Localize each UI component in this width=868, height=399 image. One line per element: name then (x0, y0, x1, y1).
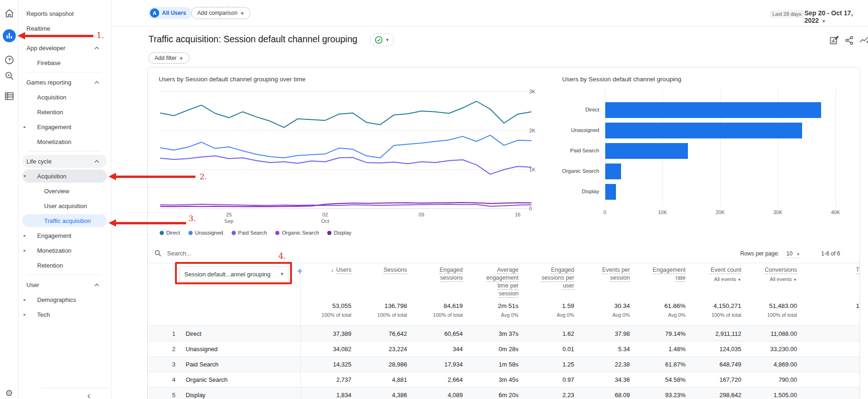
sidebar-item-overview[interactable]: Overview (19, 183, 111, 198)
collapse-sidebar-icon[interactable]: ‹ (87, 390, 91, 399)
table-column-divider (300, 263, 301, 399)
column-header-label: Engagedsessions peruser (542, 267, 574, 289)
column-header-sessions[interactable]: Sessions (352, 266, 407, 274)
sidebar-footer-divider (41, 388, 110, 388)
rows-per-page-select[interactable]: 10▼ (785, 250, 801, 258)
sidebar-item-monetization[interactable]: Monetization (19, 134, 111, 149)
cell-engaged_sessions: 344 (402, 346, 463, 353)
cell-engagement_rate: 54.58% (625, 376, 686, 383)
channel-name: Organic Search (186, 376, 227, 383)
collapse-section-icon[interactable] (94, 160, 99, 163)
cell-sessions: 28,986 (347, 361, 407, 368)
date-range-picker[interactable]: Sep 20 - Oct 17, 2022▼ (804, 9, 868, 24)
cell-sessions: 76,642 (347, 330, 407, 337)
customize-report-icon[interactable] (829, 35, 839, 46)
sidebar-item-retention[interactable]: Retention (19, 105, 111, 119)
sidebar-item-user[interactable]: User (19, 277, 111, 292)
sidebar-item-label: Engagement (37, 232, 71, 239)
bar-paid-search (605, 143, 688, 159)
table-row-unassigned[interactable]: 2Unassigned34,08223,2243440m 28s0.015.34… (148, 341, 860, 356)
annotation-label-2: 2. (200, 172, 207, 181)
sidebar-item-label: App developer (26, 45, 65, 52)
cell-sessions: 23,224 (347, 346, 407, 353)
sidebar-item-label: Realtime (26, 25, 50, 32)
total-engaged_sessions: 84,619 (402, 302, 463, 309)
column-header-engaged_sessions_per_user[interactable]: Engagedsessions peruser (519, 266, 574, 290)
table-row-paid-search[interactable]: 3Paid Search14,32528,98617,9341m 58s1.25… (148, 356, 860, 372)
column-header-users[interactable]: ↓ Users (297, 266, 351, 274)
report-card: Users by Session default channel groupin… (147, 67, 860, 399)
cell-engaged_sessions_per_user: 1.62 (514, 330, 574, 337)
sidebar-item-demographics[interactable]: ▸Demographics (19, 292, 111, 307)
sidebar-item-acquisition[interactable]: Acquisition (19, 90, 111, 105)
bar-gridline (836, 90, 836, 207)
sidebar-item-tech[interactable]: ▸Tech (19, 307, 111, 322)
add-filter-label: Add filter (155, 55, 176, 61)
expand-arrow-down-icon[interactable]: ▾ (24, 174, 26, 178)
column-header-total_revenue_clipped[interactable]: T (856, 266, 860, 274)
column-header-label: Event count (711, 267, 741, 273)
legend-dot-icon (275, 231, 279, 235)
cell-engaged_sessions_per_user: 0.01 (514, 346, 574, 353)
column-header-label: Averageengagementtime persession (486, 267, 518, 297)
sidebar-item-retention[interactable]: Retention (19, 258, 111, 273)
table-row-direct[interactable]: 1Direct37,38976,64260,6543m 37s1.6237.98… (148, 326, 860, 341)
collapse-section-icon[interactable] (94, 283, 99, 287)
collapse-section-icon[interactable] (94, 46, 99, 50)
total-sub-engagement_rate: Avg 0% (625, 312, 686, 318)
line-series-unassigned (160, 135, 531, 158)
collapse-section-icon[interactable] (94, 81, 99, 84)
sidebar-item-label: Life cycle (26, 158, 52, 165)
explore-icon[interactable] (4, 55, 14, 65)
line-series-direct (160, 101, 531, 127)
sidebar-item-games-reporting[interactable]: Games reporting (19, 75, 111, 90)
column-header-average_engagement_time_per_session[interactable]: Averageengagementtime persession (464, 266, 518, 298)
sidebar-item-engagement[interactable]: ▸Engagement (19, 119, 111, 134)
cell-average_engagement_time_per_session: 0m 28s (458, 346, 518, 353)
sidebar-item-traffic-acquisition[interactable]: Traffic acquisition (19, 213, 111, 228)
library-icon[interactable] (4, 91, 14, 101)
cell-events_per_session: 5.34 (570, 346, 630, 353)
column-events-dropdown[interactable]: All events ▼ (687, 275, 741, 284)
insights-icon[interactable] (859, 35, 868, 46)
settings-gear-icon[interactable]: ⚙ (5, 388, 13, 399)
sidebar-divider (19, 273, 111, 277)
cell-event_count: 2,911,112 (681, 330, 741, 337)
expand-arrow-right-icon[interactable]: ▸ (24, 312, 26, 317)
expand-arrow-right-icon[interactable]: ▸ (24, 233, 26, 238)
search-input[interactable]: Search... (154, 249, 191, 257)
sidebar-item-monetization[interactable]: ▸Monetization (19, 243, 111, 258)
sidebar-item-acquisition[interactable]: ▾Acquisition (19, 169, 111, 183)
column-events-dropdown[interactable]: All events ▼ (742, 275, 797, 284)
advertising-icon[interactable] (4, 71, 14, 81)
column-header-events_per_session[interactable]: Events persession (575, 266, 630, 282)
data-quality-pill[interactable]: ▼ (370, 33, 394, 46)
table-row-organic-search[interactable]: 4Organic Search2,7374,8812,6643m 45s0.97… (148, 372, 860, 387)
total-conversions: 51,483.00 (737, 302, 797, 309)
date-preset-badge: Last 28 days (770, 10, 804, 18)
total-sub-engaged_sessions_per_user: Avg 0% (514, 312, 574, 318)
expand-arrow-right-icon[interactable]: ▸ (24, 248, 26, 253)
table-row-display[interactable]: 5Display1,8344,3864,0896m 20s2.2368.0993… (148, 387, 860, 399)
expand-arrow-right-icon[interactable]: ▸ (24, 124, 26, 129)
sidebar-item-user-acquisition[interactable]: User acquisition (19, 198, 111, 213)
column-header-conversions[interactable]: ConversionsAll events ▼ (742, 266, 797, 284)
column-header-event_count[interactable]: Event countAll events ▼ (687, 266, 741, 284)
sidebar-item-life-cycle[interactable]: Life cycle (19, 154, 111, 169)
sidebar-item-engagement[interactable]: ▸Engagement (19, 228, 111, 243)
sidebar-item-app-developer[interactable]: App developer (19, 40, 111, 55)
column-header-engagement_rate[interactable]: Engagementrate (631, 266, 686, 282)
all-users-segment-chip[interactable]: A All Users (149, 7, 192, 19)
sidebar-item-label: Monetization (37, 247, 71, 254)
share-icon[interactable] (844, 35, 855, 46)
sidebar-item-reports-snapshot[interactable]: Reports snapshot (19, 6, 111, 21)
column-header-engaged_sessions[interactable]: Engagedsessions (408, 266, 463, 282)
cell-engaged_sessions: 17,934 (402, 361, 463, 368)
expand-arrow-right-icon[interactable]: ▸ (24, 297, 26, 302)
reports-icon[interactable] (3, 29, 16, 42)
add-comparison-button[interactable]: Add comparison + (191, 7, 250, 19)
home-icon[interactable] (4, 8, 14, 19)
add-filter-button[interactable]: Add filter + (149, 52, 189, 64)
bar-organic-search (605, 164, 621, 179)
sidebar-item-firebase[interactable]: Firebase (19, 55, 111, 70)
